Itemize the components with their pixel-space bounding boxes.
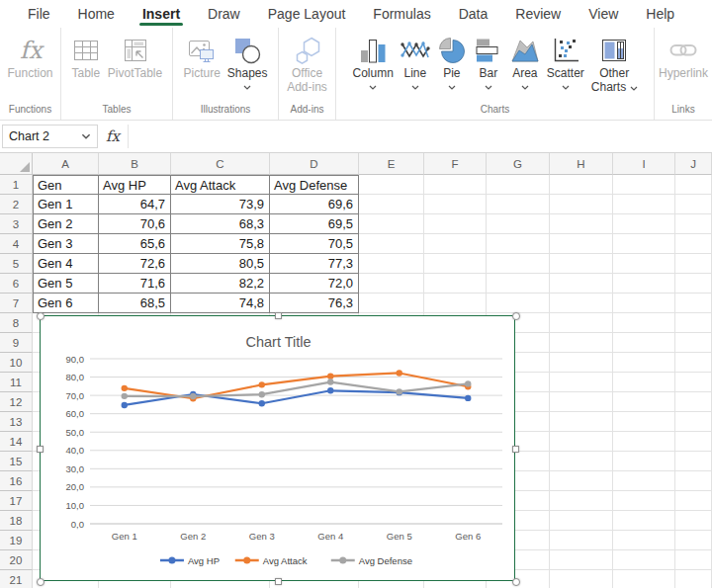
cell-J13[interactable] xyxy=(675,412,712,432)
cell-D1[interactable]: Avg Defense xyxy=(270,175,359,195)
cell-F3[interactable] xyxy=(424,214,487,234)
column-header-G[interactable]: G xyxy=(487,153,550,175)
cell-H21[interactable] xyxy=(550,570,613,588)
cell-H18[interactable] xyxy=(550,511,613,531)
column-header-E[interactable]: E xyxy=(359,153,424,175)
cell-G1[interactable] xyxy=(487,175,550,195)
column-header-J[interactable]: J xyxy=(675,153,712,175)
row-header-1[interactable]: 1 xyxy=(0,175,33,195)
legend-item-avg-attack[interactable]: Avg Attack xyxy=(235,555,308,566)
formula-input[interactable] xyxy=(128,125,710,148)
cell-G3[interactable] xyxy=(487,214,550,234)
row-header-11[interactable]: 11 xyxy=(0,373,33,392)
column-header-B[interactable]: B xyxy=(99,153,171,175)
cell-D5[interactable]: 77,3 xyxy=(270,254,359,274)
cell-B7[interactable]: 68,5 xyxy=(99,294,171,313)
cell-H17[interactable] xyxy=(550,491,613,511)
cell-A5[interactable]: Gen 4 xyxy=(33,254,99,274)
selection-handle-w[interactable] xyxy=(37,446,44,453)
ribbon-button-column[interactable]: Column xyxy=(349,35,396,90)
insert-function-button[interactable]: fx xyxy=(98,125,128,148)
cell-J3[interactable] xyxy=(675,214,712,234)
ribbon-button-shapes[interactable]: Shapes xyxy=(224,35,271,90)
ribbon-button-other-charts[interactable]: OtherCharts xyxy=(588,35,641,94)
row-header-17[interactable]: 17 xyxy=(0,491,33,511)
cell-J16[interactable] xyxy=(675,471,712,491)
cell-C3[interactable]: 68,3 xyxy=(171,214,270,234)
cell-C7[interactable]: 74,8 xyxy=(171,294,270,313)
cell-A7[interactable]: Gen 6 xyxy=(33,294,99,313)
cell-I14[interactable] xyxy=(613,432,675,452)
row-header-19[interactable]: 19 xyxy=(0,531,33,550)
cell-B6[interactable]: 71,6 xyxy=(99,274,171,294)
cell-E4[interactable] xyxy=(359,234,424,254)
cell-H11[interactable] xyxy=(550,373,613,392)
cell-J10[interactable] xyxy=(675,353,712,373)
cell-H19[interactable] xyxy=(550,531,613,550)
row-header-6[interactable]: 6 xyxy=(0,274,33,294)
cell-G2[interactable] xyxy=(487,195,550,214)
selection-handle-nw[interactable] xyxy=(37,312,44,320)
cell-I10[interactable] xyxy=(613,353,675,373)
cell-J18[interactable] xyxy=(675,511,712,531)
tab-draw[interactable]: Draw xyxy=(194,0,254,28)
cell-E1[interactable] xyxy=(359,175,424,195)
cell-F5[interactable] xyxy=(424,254,487,274)
cell-I17[interactable] xyxy=(613,491,675,511)
cell-D3[interactable]: 69,5 xyxy=(270,214,359,234)
cell-B2[interactable]: 64,7 xyxy=(99,195,171,214)
cell-J9[interactable] xyxy=(675,333,712,353)
cell-I13[interactable] xyxy=(613,412,675,432)
cell-G4[interactable] xyxy=(487,234,550,254)
cell-D7[interactable]: 76,3 xyxy=(270,294,359,313)
cell-B3[interactable]: 70,6 xyxy=(99,214,171,234)
cell-A3[interactable]: Gen 2 xyxy=(33,214,99,234)
cell-G5[interactable] xyxy=(487,254,550,274)
cell-D4[interactable]: 70,5 xyxy=(270,234,359,254)
selection-handle-se[interactable] xyxy=(512,578,520,586)
cell-H5[interactable] xyxy=(550,254,613,274)
selection-handle-e[interactable] xyxy=(512,446,519,453)
cell-C2[interactable]: 73,9 xyxy=(171,195,270,214)
cell-J12[interactable] xyxy=(675,392,712,412)
row-header-2[interactable]: 2 xyxy=(0,195,33,214)
cell-A2[interactable]: Gen 1 xyxy=(33,195,99,214)
cell-F1[interactable] xyxy=(424,175,487,195)
cell-D2[interactable]: 69,6 xyxy=(270,195,359,214)
selection-handle-s[interactable] xyxy=(275,578,282,585)
tab-data[interactable]: Data xyxy=(445,0,502,28)
row-header-10[interactable]: 10 xyxy=(0,353,33,373)
cell-B5[interactable]: 72,6 xyxy=(99,254,171,274)
row-header-12[interactable]: 12 xyxy=(0,392,33,412)
chart-title[interactable]: Chart Title xyxy=(245,334,311,350)
column-header-C[interactable]: C xyxy=(171,153,270,175)
cell-H7[interactable] xyxy=(550,294,613,313)
cell-I9[interactable] xyxy=(613,333,675,353)
column-header-D[interactable]: D xyxy=(270,153,359,175)
cell-E5[interactable] xyxy=(359,254,424,274)
column-header-A[interactable]: A xyxy=(33,153,99,175)
cell-H2[interactable] xyxy=(550,195,613,214)
cell-J19[interactable] xyxy=(675,531,712,550)
cell-J7[interactable] xyxy=(675,294,712,313)
cell-H10[interactable] xyxy=(550,353,613,373)
row-header-4[interactable]: 4 xyxy=(0,234,33,254)
cell-F7[interactable] xyxy=(424,294,487,313)
cell-I16[interactable] xyxy=(613,471,675,491)
cell-J4[interactable] xyxy=(675,234,712,254)
tab-home[interactable]: Home xyxy=(64,0,129,28)
cell-H9[interactable] xyxy=(550,333,613,353)
tab-page-layout[interactable]: Page Layout xyxy=(254,0,360,28)
row-header-13[interactable]: 13 xyxy=(0,412,33,432)
selection-handle-sw[interactable] xyxy=(37,578,44,586)
ribbon-button-pie[interactable]: Pie xyxy=(434,35,470,90)
column-header-F[interactable]: F xyxy=(424,153,487,175)
cell-I3[interactable] xyxy=(613,214,675,234)
cell-J14[interactable] xyxy=(675,432,712,452)
name-box-chevron-icon[interactable] xyxy=(81,133,91,139)
cell-H4[interactable] xyxy=(550,234,613,254)
column-header-H[interactable]: H xyxy=(550,153,613,175)
cell-A6[interactable]: Gen 5 xyxy=(33,274,99,294)
ribbon-button-scatter[interactable]: Scatter xyxy=(544,35,587,90)
cell-I7[interactable] xyxy=(613,294,675,313)
